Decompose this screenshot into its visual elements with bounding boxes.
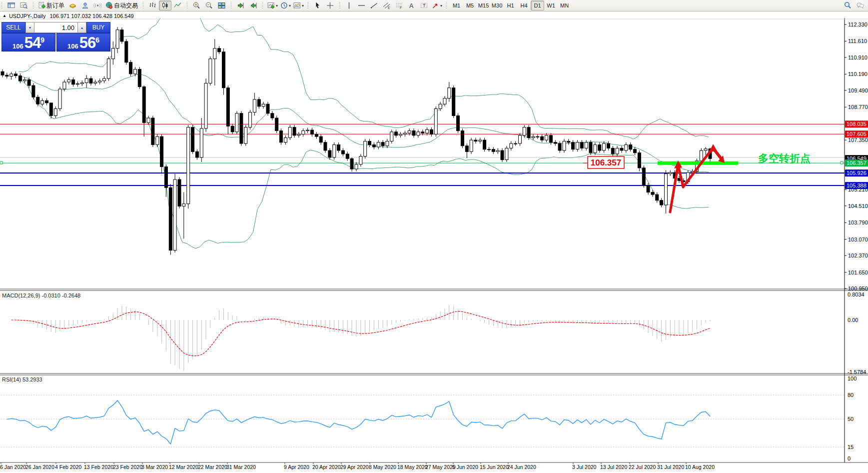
candle-body xyxy=(319,136,322,142)
cursor-button[interactable] xyxy=(311,0,324,10)
dropdown-caret-icon[interactable]: ▾ xyxy=(289,4,291,8)
candle-body xyxy=(496,150,499,152)
toolbar-group-handle[interactable] xyxy=(262,2,263,9)
candle-body xyxy=(656,194,659,200)
zigzag-segment[interactable] xyxy=(670,164,678,212)
zoom-in-button[interactable] xyxy=(190,0,203,10)
volume-input[interactable]: 1.00 xyxy=(34,22,77,33)
timeframe-m30-button[interactable]: M30 xyxy=(490,0,504,10)
buy-price-display[interactable]: 106 56 6 xyxy=(56,33,110,52)
vertical-line-button[interactable] xyxy=(343,0,355,10)
candle-body xyxy=(226,88,229,126)
crosshair-button[interactable] xyxy=(324,0,336,10)
preview-icon xyxy=(19,2,28,10)
timeframe-h1-button[interactable]: H1 xyxy=(504,0,517,10)
bar-chart-button[interactable] xyxy=(146,0,159,10)
candle-body xyxy=(235,114,238,132)
chat-button[interactable] xyxy=(854,0,867,10)
autotrade-button[interactable]: 自动交易 xyxy=(104,0,140,10)
candle-body xyxy=(611,148,614,154)
date-label: 20 Apr 2020 xyxy=(312,464,341,470)
toolbar-group-handle[interactable] xyxy=(186,2,188,9)
arrows-button[interactable]: ▾ xyxy=(430,0,443,10)
buy-price-point: 6 xyxy=(95,36,99,44)
symbol-period-label: USDJPY-,Daily xyxy=(9,13,46,19)
search-button[interactable] xyxy=(842,0,854,10)
line-chart-button[interactable] xyxy=(171,0,184,10)
preview-button[interactable] xyxy=(17,0,30,10)
new-order-button[interactable]: 新订单 xyxy=(36,0,66,10)
horizontal-line-button[interactable] xyxy=(355,0,368,10)
indicators-button[interactable]: ▾ xyxy=(266,0,279,10)
price-axis: 112.330111.610110.910110.190109.490108.7… xyxy=(845,22,868,292)
down-arrow-shaft[interactable] xyxy=(714,150,721,158)
candle-body xyxy=(107,59,110,78)
volume-decrease-button[interactable]: ▼ xyxy=(25,22,34,33)
toolbar-group-handle[interactable] xyxy=(446,2,447,9)
candle-body xyxy=(412,131,415,136)
chart-title-bar[interactable]: ▲ USDJPY-,Daily 106.971 107.032 106.428 … xyxy=(2,12,134,19)
candle-body xyxy=(72,80,75,84)
candles xyxy=(1,27,712,255)
toolbar-group-handle[interactable] xyxy=(142,2,144,9)
gold-button[interactable] xyxy=(66,0,79,10)
fibonacci-button[interactable]: F xyxy=(393,0,405,10)
chart-window[interactable]: ▲ USDJPY-,Daily 106.971 107.032 106.428 … xyxy=(0,11,868,473)
toolbar-group-handle[interactable] xyxy=(307,2,309,9)
sell-button[interactable]: SELL xyxy=(1,22,25,33)
sell-price-display[interactable]: 106 54 9 xyxy=(1,33,55,52)
buy-button[interactable]: BUY xyxy=(86,22,110,33)
periods-icon xyxy=(280,2,288,10)
timeframe-d1-button[interactable]: D1 xyxy=(531,0,544,10)
autotrade-label: 自动交易 xyxy=(114,2,138,10)
chart-shift-button[interactable] xyxy=(247,0,259,10)
collapse-icon[interactable]: ▲ xyxy=(2,14,6,18)
text-label-button[interactable]: T xyxy=(418,0,430,10)
toolbar-group-handle[interactable] xyxy=(32,2,34,9)
timeframe-m5-button[interactable]: M5 xyxy=(463,0,477,10)
auto-scroll-button[interactable] xyxy=(234,0,247,10)
toolbar-group-handle[interactable] xyxy=(1,2,2,9)
templates-button[interactable]: ▾ xyxy=(292,0,305,10)
date-label: 13 Jul 2020 xyxy=(600,464,627,470)
candle-body xyxy=(501,150,504,160)
community-button[interactable] xyxy=(79,0,91,10)
chart-canvas[interactable]: 106.357多空转折点112.330111.610110.910110.190… xyxy=(0,11,868,473)
volume-increase-button[interactable]: ▲ xyxy=(77,22,86,33)
zigzag-arrows[interactable] xyxy=(670,144,725,212)
price-tag-label: 108.035 xyxy=(847,121,867,127)
toolbar-group-handle[interactable] xyxy=(339,2,340,9)
price-tick-label: 103.790 xyxy=(848,220,868,226)
date-label: 4 Feb 2020 xyxy=(55,464,81,470)
trend-line-button[interactable] xyxy=(368,0,380,10)
date-label: 31 Jul 2020 xyxy=(657,464,684,470)
toolbar-group-handle[interactable] xyxy=(230,2,232,9)
channel-button[interactable]: E xyxy=(380,0,393,10)
text-button[interactable]: A xyxy=(405,0,418,10)
zoom-out-button[interactable] xyxy=(203,0,215,10)
candle-chart-button[interactable] xyxy=(159,0,171,10)
line-handle[interactable] xyxy=(0,162,2,164)
dropdown-caret-icon[interactable]: ▾ xyxy=(276,4,278,8)
timeframe-h4-button[interactable]: H4 xyxy=(517,0,531,10)
zigzag-segment[interactable] xyxy=(683,148,713,187)
window-button[interactable] xyxy=(5,0,17,10)
dropdown-caret-icon[interactable]: ▾ xyxy=(440,4,442,8)
timeframe-w1-button[interactable]: W1 xyxy=(544,0,558,10)
tile-windows-button[interactable] xyxy=(215,0,228,10)
timeframe-mn-button[interactable]: MN xyxy=(558,0,571,10)
line-handle[interactable] xyxy=(841,162,843,164)
timeframe-m1-button[interactable]: M1 xyxy=(450,0,463,10)
timeframe-m15-button[interactable]: M15 xyxy=(477,0,490,10)
chat-icon xyxy=(856,2,865,10)
price-tick-label: 101.650 xyxy=(848,270,868,276)
new-order-icon xyxy=(37,2,46,10)
candle-body xyxy=(41,100,44,104)
rsi-line xyxy=(7,400,710,444)
periods-button[interactable]: ▾ xyxy=(279,0,292,10)
signal-button[interactable] xyxy=(91,0,104,10)
bollinger-bands xyxy=(18,11,709,248)
date-label: 5 Jun 2020 xyxy=(452,464,478,470)
dropdown-caret-icon[interactable]: ▾ xyxy=(302,4,304,8)
candle-body xyxy=(355,164,358,169)
